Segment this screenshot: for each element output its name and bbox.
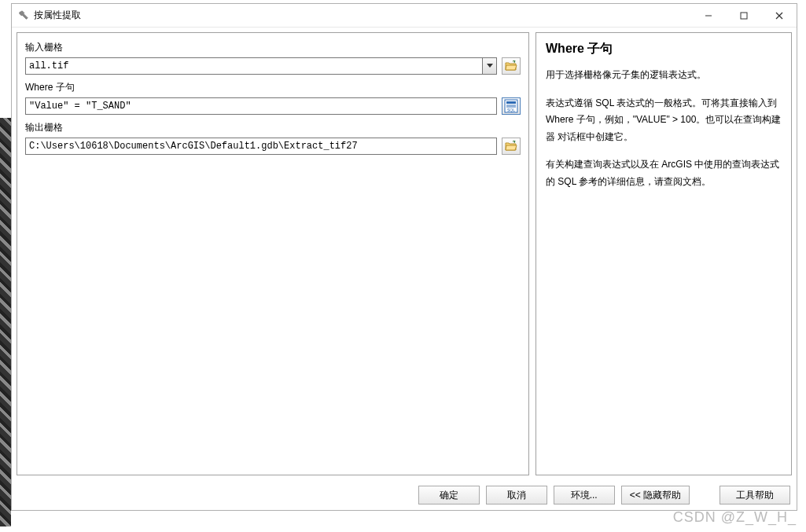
input-raster-label: 输入栅格 — [25, 41, 521, 54]
maximize-button[interactable] — [726, 4, 761, 27]
output-raster-browse-button[interactable] — [502, 138, 521, 155]
output-raster-label: 输出栅格 — [25, 121, 521, 134]
where-clause-label: Where 子句 — [25, 81, 521, 94]
minimize-icon — [705, 12, 712, 20]
help-paragraph-1: 用于选择栅格像元子集的逻辑表达式。 — [546, 67, 782, 84]
help-title: Where 子句 — [546, 41, 782, 57]
watermark-text: CSDN @Z_W_H_ — [673, 509, 797, 526]
chevron-down-icon — [487, 64, 493, 68]
sql-icon: SQL — [504, 99, 518, 113]
maximize-icon — [740, 12, 748, 20]
close-icon — [775, 12, 783, 20]
window-title: 按属性提取 — [34, 9, 81, 22]
folder-open-icon — [505, 61, 517, 72]
hammer-icon — [18, 10, 29, 21]
where-clause-input[interactable] — [25, 97, 497, 115]
svg-rect-5 — [506, 101, 516, 104]
folder-open-icon — [505, 141, 517, 152]
dialog-body: 输入栅格 Where 子句 — [12, 28, 797, 480]
background-decoration-right — [797, 94, 806, 526]
help-paragraph-2: 表达式遵循 SQL 表达式的一般格式。可将其直接输入到 Where 子句，例如，… — [546, 95, 782, 146]
svg-rect-1 — [741, 13, 747, 19]
button-bar: 确定 取消 环境... << 隐藏帮助 工具帮助 — [12, 480, 797, 510]
dialog-window: 按属性提取 输入栅格 — [11, 3, 797, 511]
input-raster-combo[interactable] — [25, 57, 497, 75]
output-raster-row — [25, 138, 521, 155]
hide-help-button[interactable]: << 隐藏帮助 — [621, 486, 690, 504]
help-panel: Where 子句 用于选择栅格像元子集的逻辑表达式。 表达式遵循 SQL 表达式… — [535, 32, 792, 475]
window-controls — [690, 4, 797, 27]
ok-button[interactable]: 确定 — [418, 486, 480, 504]
input-raster-browse-button[interactable] — [502, 57, 521, 75]
output-raster-input[interactable] — [25, 138, 497, 155]
titlebar[interactable]: 按属性提取 — [12, 4, 797, 28]
background-decoration — [0, 118, 11, 526]
cancel-button[interactable]: 取消 — [486, 486, 547, 504]
close-button[interactable] — [761, 4, 797, 27]
svg-text:SQL: SQL — [507, 108, 515, 112]
tool-help-button[interactable]: 工具帮助 — [720, 486, 790, 504]
input-raster-input[interactable] — [26, 58, 482, 74]
sql-query-builder-button[interactable]: SQL — [502, 97, 521, 115]
help-parag-3: 有关构建查询表达式以及在 ArcGIS 中使用的查询表达式的 SQL 参考的详细… — [546, 156, 782, 190]
input-raster-dropdown-button[interactable] — [482, 58, 496, 74]
minimize-button[interactable] — [690, 4, 726, 27]
input-raster-row — [25, 57, 521, 75]
parameters-panel: 输入栅格 Where 子句 — [17, 32, 529, 475]
environments-button[interactable]: 环境... — [554, 486, 615, 504]
where-clause-row: SQL — [25, 97, 521, 115]
